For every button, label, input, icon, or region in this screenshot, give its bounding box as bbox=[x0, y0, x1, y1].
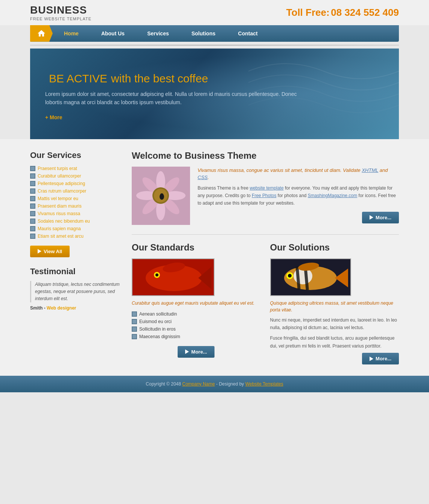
solutions-title: Our Solutions bbox=[270, 242, 399, 253]
logo-title: BUSINESS bbox=[30, 4, 91, 17]
standards-italic: Curabitur quis augue eget mauris vulputa… bbox=[132, 300, 261, 307]
tropical-fish-svg bbox=[271, 259, 351, 296]
services-title: Our Services bbox=[30, 150, 120, 160]
welcome-more-label: More... bbox=[376, 215, 391, 220]
nav-link-services[interactable]: Services bbox=[136, 25, 180, 42]
hero-title-accent: with the best coffee bbox=[111, 72, 208, 85]
nav-link-home[interactable]: Home bbox=[53, 25, 90, 42]
welcome-text: Vivamus risus massa, congue ac varius si… bbox=[198, 167, 399, 225]
nav-item-services[interactable]: Services bbox=[136, 25, 180, 42]
service-list-item[interactable]: Pellentesque adipiscing bbox=[30, 180, 120, 187]
standard-list-item: Maecenas dignissim bbox=[132, 333, 261, 340]
standards-more-button[interactable]: More... bbox=[178, 346, 214, 358]
hero-more-link[interactable]: More bbox=[45, 114, 384, 120]
service-item-link[interactable]: Vivamus risus massa bbox=[38, 211, 80, 216]
red-fish-svg bbox=[132, 259, 214, 296]
toll-free-label: Toll Free: bbox=[286, 7, 330, 18]
service-list-item[interactable]: Curabitur ullamcorper bbox=[30, 172, 120, 180]
service-list-item[interactable]: Sodales nec bibendum eu bbox=[30, 217, 120, 225]
home-svg bbox=[37, 29, 46, 38]
home-icon[interactable] bbox=[30, 25, 53, 42]
service-list-item[interactable]: Mattis vel tempor eu bbox=[30, 195, 120, 202]
solutions-italic: Quisque adipiscing ultrices massa, sit a… bbox=[270, 300, 399, 313]
css-link[interactable]: CSS bbox=[198, 175, 208, 180]
nav-item-solutions[interactable]: Solutions bbox=[180, 25, 227, 42]
sidebar: Our Services Praesent turpis eratCurabit… bbox=[30, 150, 120, 365]
testimonial-text: Aliquam tristique, lectus nec condimentu… bbox=[30, 281, 120, 303]
footer-designed-by: - bbox=[216, 381, 219, 387]
service-list-item[interactable]: Etiam sit amet est arcu bbox=[30, 232, 120, 240]
service-item-link[interactable]: Curabitur ullamcorper bbox=[38, 173, 81, 179]
section-divider bbox=[132, 234, 399, 235]
author-dash: - bbox=[44, 305, 47, 311]
welcome-image bbox=[132, 167, 190, 225]
solutions-body1: Nunc mi neque, imperdiet sed interdum eu… bbox=[270, 316, 399, 332]
welcome-section: Welcome to Business Theme bbox=[132, 150, 399, 225]
nav-item-contact[interactable]: Contact bbox=[227, 25, 269, 42]
solutions-image bbox=[270, 258, 351, 296]
nav-link-contact[interactable]: Contact bbox=[227, 25, 269, 42]
view-all-label: View All bbox=[44, 249, 62, 254]
service-list-item[interactable]: Cras rutrum ullamcorper bbox=[30, 187, 120, 195]
flower-svg bbox=[132, 167, 190, 225]
standards-arrow-icon bbox=[185, 349, 189, 354]
toll-free: Toll Free: 08 324 552 409 bbox=[286, 7, 399, 18]
service-item-link[interactable]: Sodales nec bibendum eu bbox=[38, 219, 90, 224]
xhtml-link[interactable]: XHTML bbox=[362, 167, 378, 173]
standards-more-label: More... bbox=[191, 349, 207, 355]
toll-free-number: 08 324 552 409 bbox=[331, 7, 399, 18]
view-all-arrow-icon bbox=[38, 249, 41, 254]
service-item-link[interactable]: Mattis vel tempor eu bbox=[38, 196, 78, 201]
service-item-link[interactable]: Etiam sit amet est arcu bbox=[38, 234, 84, 239]
lower-content: Our Standards Curabitu bbox=[132, 242, 399, 365]
welcome-italic-text: Vivamus risus massa, congue ac varius si… bbox=[198, 167, 388, 181]
hero-more-anchor[interactable]: More bbox=[45, 114, 62, 120]
welcome-body-text: Business Theme is a free website templat… bbox=[198, 184, 399, 207]
welcome-more-button[interactable]: More... bbox=[362, 212, 399, 223]
standard-list-item: Sollicitudin in eros bbox=[132, 325, 261, 333]
nav-list: Home About Us Services Solutions Contact bbox=[53, 25, 399, 42]
view-all-button[interactable]: View All bbox=[30, 246, 70, 257]
nav-item-about[interactable]: About Us bbox=[90, 25, 136, 42]
service-item-link[interactable]: Cras rutrum ullamcorper bbox=[38, 188, 86, 194]
nav-link-solutions[interactable]: Solutions bbox=[180, 25, 227, 42]
testimonial-title: Testimonial bbox=[30, 267, 120, 276]
hero-description: Lorem ipsum dolor sit amet, consectetur … bbox=[45, 90, 301, 107]
website-template-link[interactable]: website template bbox=[250, 185, 284, 191]
welcome-more-arrow-icon bbox=[370, 215, 373, 220]
solutions-more-label: More... bbox=[376, 356, 391, 361]
content-area: Welcome to Business Theme bbox=[132, 150, 399, 365]
footer-copyright: Copyright © 2048 bbox=[146, 381, 181, 387]
services-section: Our Services Praesent turpis eratCurabit… bbox=[30, 150, 120, 257]
standard-list-item: Euismod eu orci bbox=[132, 318, 261, 325]
smashing-link[interactable]: SmashingMagazine.com bbox=[308, 193, 357, 198]
company-name-link[interactable]: Company Name bbox=[182, 381, 215, 387]
welcome-body: Vivamus risus massa, congue ac varius si… bbox=[132, 167, 399, 225]
standards-title: Our Standards bbox=[132, 242, 261, 253]
website-templates-link[interactable]: Website Templates bbox=[245, 381, 283, 387]
service-item-link[interactable]: Mauris sapien magna bbox=[38, 226, 81, 231]
service-list-item[interactable]: Praesent diam mauris bbox=[30, 202, 120, 210]
author-role-link[interactable]: Web designer bbox=[47, 305, 76, 311]
svg-point-12 bbox=[160, 193, 163, 196]
service-item-link[interactable]: Praesent diam mauris bbox=[38, 203, 82, 209]
testimonial-section: Testimonial Aliquam tristique, lectus ne… bbox=[30, 267, 120, 311]
svg-point-17 bbox=[155, 273, 158, 276]
flower-image bbox=[132, 167, 190, 225]
service-list-item[interactable]: Vivamus risus massa bbox=[30, 210, 120, 217]
hero-section: BE ACTIVEwith the best coffee Lorem ipsu… bbox=[30, 49, 399, 139]
solutions-section: Our Solutions bbox=[270, 242, 399, 365]
free-photos-link[interactable]: Free Photos bbox=[252, 193, 276, 198]
service-item-link[interactable]: Praesent turpis erat bbox=[38, 166, 77, 171]
standards-section: Our Standards Curabitu bbox=[132, 242, 261, 365]
nav-item-home[interactable]: Home bbox=[53, 25, 90, 42]
standard-list-item: Aenean sollicitudin bbox=[132, 310, 261, 318]
nav-link-about[interactable]: About Us bbox=[90, 25, 136, 42]
service-item-link[interactable]: Pellentesque adipiscing bbox=[38, 181, 85, 186]
service-list-item[interactable]: Mauris sapien magna bbox=[30, 225, 120, 232]
logo: BUSINESS FREE WEBSITE TEMPLATE bbox=[30, 4, 91, 21]
solutions-more-button[interactable]: More... bbox=[362, 353, 399, 364]
service-list-item[interactable]: Praesent turpis erat bbox=[30, 165, 120, 172]
main-nav: Home About Us Services Solutions Contact bbox=[30, 25, 399, 42]
solutions-body2: Fusce fringilla, dui sed blandit luctus,… bbox=[270, 334, 399, 350]
